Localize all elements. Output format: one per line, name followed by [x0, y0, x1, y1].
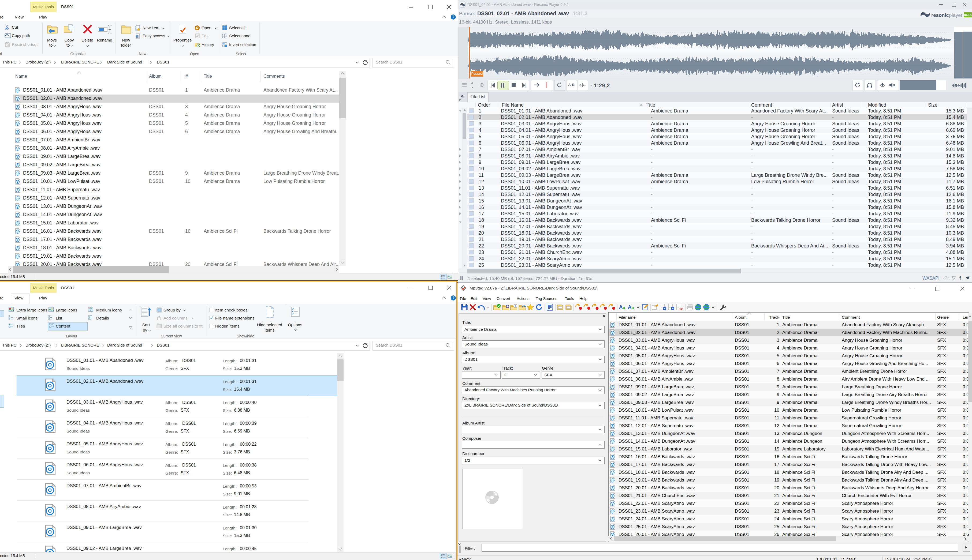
svg-text:123: 123	[679, 307, 683, 311]
